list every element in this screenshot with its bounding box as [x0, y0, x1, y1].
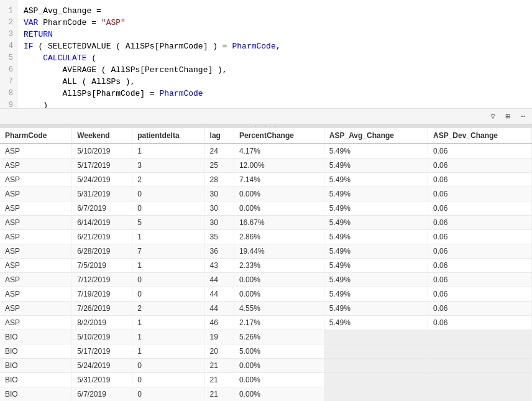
more-options-icon[interactable]: ⋯ — [517, 111, 528, 122]
table-cell: 5.49% — [324, 302, 428, 316]
table-cell: 5/31/2019 — [72, 373, 132, 387]
table-cell: 5/10/2019 — [72, 144, 132, 159]
table-cell: 0 — [132, 201, 204, 216]
table-row: BIO6/7/20190210.00% — [0, 387, 532, 402]
table-cell: 0.00% — [234, 273, 324, 287]
table-cell: 12.00% — [234, 159, 324, 173]
table-cell: 35 — [204, 230, 234, 244]
table-cell: 1 — [132, 330, 204, 344]
table-cell: 44 — [204, 302, 234, 316]
table-cell: 43 — [204, 259, 234, 273]
table-cell: 5.49% — [324, 187, 428, 201]
column-header-pharmcode[interactable]: PharmCode — [0, 128, 72, 144]
table-cell: 0.06 — [428, 159, 532, 173]
table-cell: ASP — [0, 316, 72, 330]
table-cell: 30 — [204, 201, 234, 216]
table-cell: 4.17% — [234, 144, 324, 159]
table-cell: ASP — [0, 244, 72, 259]
table-cell: 5.49% — [324, 216, 428, 230]
table-cell: 0.06 — [428, 144, 532, 159]
table-row: BIO5/10/20191195.26% — [0, 330, 532, 344]
column-header-asp_dev_change[interactable]: ASP_Dev_Change — [428, 128, 532, 144]
table-row: ASP8/2/20191462.17%5.49%0.06 — [0, 316, 532, 330]
editor-toolbar: ▽ ⊞ ⋯ — [0, 108, 532, 124]
table-row: ASP5/24/20192287.14%5.49%0.06 — [0, 173, 532, 187]
table-cell — [324, 387, 428, 402]
table-cell: 5.49% — [324, 201, 428, 216]
table-cell: BIO — [0, 330, 72, 344]
table-cell: 0 — [132, 387, 204, 402]
table-cell: BIO — [0, 359, 72, 373]
table-row: ASP7/5/20191432.33%5.49%0.06 — [0, 259, 532, 273]
table-cell: 0.06 — [428, 259, 532, 273]
table-cell: 1 — [132, 230, 204, 244]
table-cell: ASP — [0, 201, 72, 216]
table-cell: 0.06 — [428, 244, 532, 259]
column-header-percentchange[interactable]: PercentChange — [234, 128, 324, 144]
code-editor: 12345678910 ASP_Avg_Change =VAR PharmCod… — [0, 0, 532, 124]
column-header-lag[interactable]: lag — [204, 128, 234, 144]
column-header-asp_avg_change[interactable]: ASP_Avg_Change — [324, 128, 428, 144]
table-icon[interactable]: ⊞ — [502, 111, 513, 122]
table-cell — [428, 359, 532, 373]
table-cell: 44 — [204, 273, 234, 287]
table-row: ASP5/17/201932512.00%5.49%0.06 — [0, 159, 532, 173]
table-cell: 30 — [204, 216, 234, 230]
table-cell: 19 — [204, 330, 234, 344]
table-cell: ASP — [0, 273, 72, 287]
table-cell: BIO — [0, 373, 72, 387]
column-header-weekend[interactable]: Weekend — [72, 128, 132, 144]
column-header-patientdelta[interactable]: patientdelta — [132, 128, 204, 144]
table-cell: 21 — [204, 387, 234, 402]
table-cell: ASP — [0, 159, 72, 173]
table-cell: 0.06 — [428, 287, 532, 302]
table-cell: 7/26/2019 — [72, 302, 132, 316]
table-cell: 7/12/2019 — [72, 273, 132, 287]
table-cell: 5/24/2019 — [72, 359, 132, 373]
table-cell: 5/31/2019 — [72, 187, 132, 201]
table-cell: 7 — [132, 244, 204, 259]
table-cell: 6/7/2019 — [72, 387, 132, 402]
table-cell: ASP — [0, 302, 72, 316]
table-cell: 30 — [204, 187, 234, 201]
table-row: ASP5/31/20190300.00%5.49%0.06 — [0, 187, 532, 201]
table-row: BIO5/31/20190210.00% — [0, 373, 532, 387]
table-cell: 5/10/2019 — [72, 330, 132, 344]
table-cell: ASP — [0, 173, 72, 187]
table-cell: 0.00% — [234, 201, 324, 216]
table-cell: 5/24/2019 — [72, 173, 132, 187]
table-cell: 5.00% — [234, 344, 324, 359]
table-container[interactable]: PharmCodeWeekendpatientdeltalagPercentCh… — [0, 128, 532, 401]
table-cell: 7/5/2019 — [72, 259, 132, 273]
table-cell: 46 — [204, 316, 234, 330]
table-row: ASP7/26/20192444.55%5.49%0.06 — [0, 302, 532, 316]
table-cell: 0.06 — [428, 187, 532, 201]
table-cell: 25 — [204, 159, 234, 173]
table-cell: 0.06 — [428, 302, 532, 316]
table-cell: ASP — [0, 287, 72, 302]
table-cell: 44 — [204, 287, 234, 302]
table-row: ASP6/7/20190300.00%5.49%0.06 — [0, 201, 532, 216]
table-cell: 5.49% — [324, 316, 428, 330]
table-cell: 5.49% — [324, 230, 428, 244]
table-row: ASP5/10/20191244.17%5.49%0.06 — [0, 144, 532, 159]
table-cell: 0 — [132, 373, 204, 387]
table-cell: 5.49% — [324, 244, 428, 259]
table-cell: 0 — [132, 287, 204, 302]
table-cell: 21 — [204, 359, 234, 373]
table-cell: 7.14% — [234, 173, 324, 187]
table-cell: 1 — [132, 144, 204, 159]
table-cell: 36 — [204, 244, 234, 259]
filter-icon[interactable]: ▽ — [487, 111, 498, 122]
table-cell — [324, 344, 428, 359]
table-cell: 19.44% — [234, 244, 324, 259]
table-cell: ASP — [0, 230, 72, 244]
table-cell: 5 — [132, 216, 204, 230]
table-cell: 28 — [204, 173, 234, 187]
table-cell: 5.49% — [324, 144, 428, 159]
table-section: PharmCodeWeekendpatientdeltalagPercentCh… — [0, 128, 532, 401]
code-content[interactable]: ASP_Avg_Change =VAR PharmCode = "ASP"RET… — [17, 0, 532, 124]
table-row: ASP7/19/20190440.00%5.49%0.06 — [0, 287, 532, 302]
data-table: PharmCodeWeekendpatientdeltalagPercentCh… — [0, 128, 532, 401]
table-cell: 0.06 — [428, 230, 532, 244]
